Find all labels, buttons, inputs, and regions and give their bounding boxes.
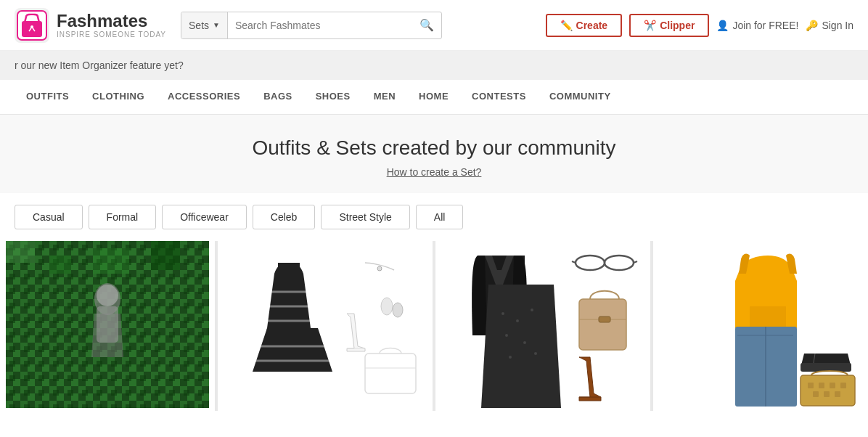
outfit-card-1[interactable] — [0, 241, 215, 411]
nav-item-community[interactable]: COMMUNITY — [538, 81, 623, 114]
search-input[interactable] — [228, 20, 412, 31]
svg-rect-51 — [808, 383, 814, 388]
scissors-icon: ✂️ — [644, 20, 656, 31]
svg-rect-56 — [824, 391, 830, 397]
svg-point-14 — [97, 285, 118, 306]
join-button[interactable]: 👤 Join for FREE! — [716, 20, 798, 31]
svg-rect-53 — [830, 383, 835, 388]
create-button[interactable]: ✏️ Create — [546, 14, 623, 37]
signin-icon: 🔑 — [806, 20, 818, 31]
svg-rect-50 — [801, 375, 855, 406]
search-dropdown[interactable]: Sets ▼ — [181, 12, 228, 38]
svg-point-31 — [531, 309, 533, 311]
svg-rect-11 — [93, 248, 129, 274]
svg-rect-43 — [599, 316, 610, 322]
logo-text: Fashmates INSPIRE SOMEONE TODAY — [57, 12, 166, 38]
svg-rect-54 — [840, 383, 846, 388]
svg-rect-12 — [151, 241, 180, 270]
signin-button[interactable]: 🔑 Sign In — [806, 20, 853, 31]
svg-point-30 — [516, 319, 519, 322]
logo-name: Fashmates — [57, 12, 166, 30]
nav-item-accessories[interactable]: ACCESSORIES — [156, 81, 252, 114]
how-to-create-link[interactable]: How to create a Set? — [387, 166, 482, 178]
filter-celeb[interactable]: Celeb — [253, 205, 316, 229]
search-icon: 🔍 — [419, 19, 434, 31]
filter-street-style[interactable]: Street Style — [321, 205, 409, 229]
header-actions: ✏️ Create ✂️ Clipper 👤 Join for FREE! 🔑 … — [546, 14, 853, 37]
site-header: Fashmates INSPIRE SOMEONE TODAY Sets ▼ 🔍… — [0, 0, 868, 51]
nav-item-bags[interactable]: BAGS — [252, 81, 304, 114]
nav-item-home[interactable]: HOME — [407, 81, 460, 114]
main-nav: OUTFITS CLOTHING ACCESSORIES BAGS SHOES … — [0, 80, 868, 115]
svg-point-25 — [393, 303, 403, 317]
nav-item-shoes[interactable]: SHOES — [304, 81, 362, 114]
svg-point-29 — [501, 312, 504, 315]
svg-rect-52 — [819, 383, 824, 388]
svg-rect-55 — [813, 391, 819, 397]
filter-all[interactable]: All — [416, 205, 464, 229]
outfit-card-4[interactable] — [653, 241, 868, 411]
hero-title: Outfits & Sets created by our community — [15, 136, 853, 160]
svg-point-35 — [534, 352, 537, 355]
outfit-card-3[interactable] — [435, 241, 650, 411]
svg-rect-9 — [6, 241, 35, 263]
nav-item-outfits[interactable]: OUTFITS — [15, 81, 81, 114]
logo-area[interactable]: Fashmates INSPIRE SOMEONE TODAY — [15, 8, 166, 43]
outfit-card-2[interactable] — [218, 241, 433, 411]
outfit-image-3 — [435, 241, 650, 408]
svg-rect-10 — [49, 256, 71, 274]
svg-point-23 — [377, 266, 382, 271]
nav-item-contests[interactable]: CONTESTS — [460, 81, 538, 114]
search-button[interactable]: 🔍 — [412, 18, 441, 32]
svg-rect-15 — [97, 306, 118, 343]
svg-rect-57 — [835, 391, 840, 397]
pencil-icon: ✏️ — [560, 20, 573, 31]
logo-icon — [15, 8, 49, 43]
filter-officewear[interactable]: Officewear — [162, 205, 247, 229]
nav-item-clothing[interactable]: CLOTHING — [81, 81, 156, 114]
svg-rect-41 — [579, 299, 626, 350]
hero-section: Outfits & Sets created by our community … — [0, 115, 868, 193]
nav-item-men[interactable]: MEN — [362, 81, 407, 114]
search-area: Sets ▼ 🔍 — [181, 12, 442, 39]
outfit-image-4 — [653, 241, 868, 408]
content-grid — [0, 241, 868, 411]
svg-point-33 — [523, 341, 526, 344]
svg-point-24 — [381, 298, 393, 315]
svg-rect-2 — [22, 21, 42, 37]
person-add-icon: 👤 — [716, 20, 729, 31]
svg-point-34 — [509, 356, 512, 359]
filter-formal[interactable]: Formal — [89, 205, 157, 229]
svg-rect-26 — [365, 354, 416, 393]
logo-tagline: INSPIRE SOMEONE TODAY — [57, 30, 166, 38]
filter-casual[interactable]: Casual — [15, 205, 83, 229]
svg-point-32 — [505, 334, 508, 337]
promo-bar: r our new Item Organizer feature yet? — [0, 51, 868, 80]
clipper-button[interactable]: ✂️ Clipper — [629, 14, 709, 37]
chevron-down-icon: ▼ — [213, 21, 220, 29]
outfit-image-2 — [218, 241, 433, 408]
search-dropdown-label: Sets — [189, 20, 209, 31]
outfit-image-1 — [0, 241, 215, 408]
promo-text: r our new Item Organizer feature yet? — [15, 60, 184, 71]
filter-row: Casual Formal Officewear Celeb Street St… — [0, 193, 868, 241]
